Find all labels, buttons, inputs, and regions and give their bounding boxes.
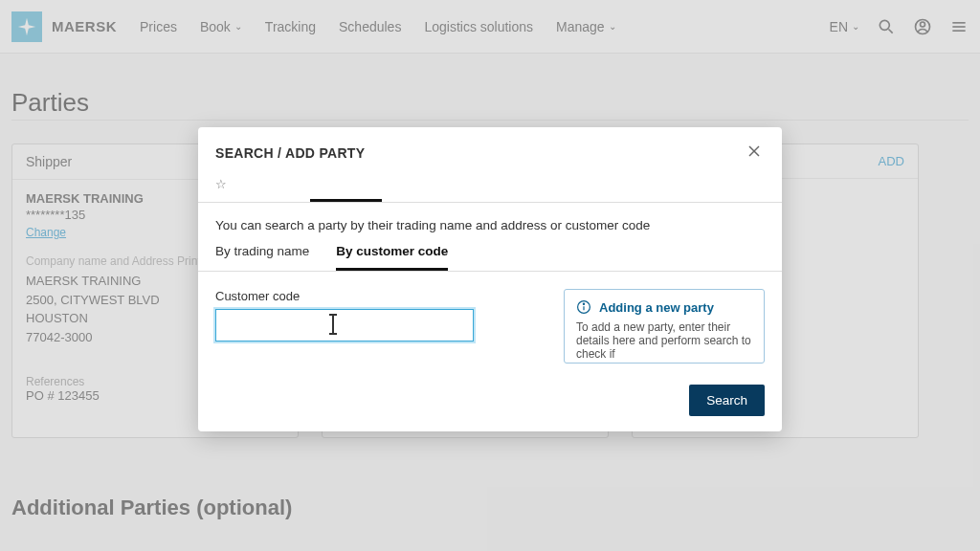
search-mode-tabs: By trading name By customer code	[198, 242, 782, 272]
search-add-party-modal: SEARCH / ADD PARTY ☆ Favorites Search / …	[198, 127, 782, 431]
modal-title: SEARCH / ADD PARTY	[215, 145, 365, 161]
customer-code-input[interactable]	[215, 309, 474, 342]
search-button[interactable]: Search	[689, 385, 765, 416]
close-icon[interactable]	[744, 141, 765, 165]
customer-code-label: Customer code	[215, 289, 535, 303]
svg-point-12	[583, 303, 584, 304]
modal-body: Customer code Adding a new party To add …	[198, 272, 782, 381]
info-body: To add a new party, enter their details …	[576, 320, 752, 361]
modal-description: You can search a party by their trading …	[198, 203, 782, 242]
info-icon	[576, 299, 591, 315]
subtab-by-customer-code[interactable]: By customer code	[336, 244, 448, 271]
modal-overlay: SEARCH / ADD PARTY ☆ Favorites Search / …	[0, 0, 980, 551]
modal-tabs: ☆ Favorites Search / Add	[198, 165, 782, 203]
modal-header: SEARCH / ADD PARTY	[198, 127, 782, 165]
star-outline-icon: ☆	[215, 177, 227, 191]
customer-code-field: Customer code	[215, 289, 535, 364]
info-callout: Adding a new party To add a new party, e…	[564, 289, 765, 364]
modal-footer: Search	[198, 381, 782, 431]
info-title: Adding a new party	[599, 300, 714, 315]
tab-favorites[interactable]: ☆ Favorites	[215, 175, 283, 202]
tab-search-add[interactable]: Search / Add	[310, 175, 381, 202]
subtab-by-trading-name[interactable]: By trading name	[215, 244, 309, 271]
text-cursor-icon	[332, 316, 334, 333]
